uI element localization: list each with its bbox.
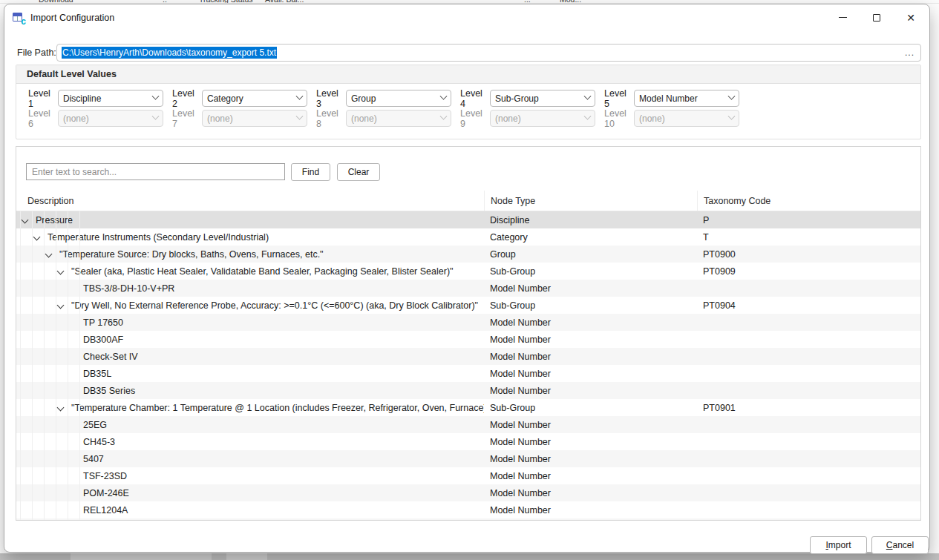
row-description: TP 17650 <box>83 317 123 328</box>
row-description: Temperature Instruments (Secondary Level… <box>48 232 269 243</box>
chevron-down-icon[interactable] <box>33 234 41 241</box>
close-icon: ✕ <box>906 13 915 23</box>
tree-row[interactable]: Temperature Instruments (Secondary Level… <box>16 228 920 246</box>
row-node-type: Model Number <box>484 369 697 379</box>
chevron-down-icon[interactable] <box>57 404 65 412</box>
row-description: "Sealer (aka, Plastic Heat Sealer, Valid… <box>71 266 453 277</box>
chevron-down-icon[interactable] <box>57 302 65 309</box>
level-9-label: Level 9 <box>460 108 490 129</box>
taxonomy-tree-panel: Find Clear Description Node Type Taxonom… <box>16 146 921 521</box>
chevron-down-icon[interactable] <box>22 217 29 224</box>
tree-row[interactable]: DB35 SeriesModel Number <box>16 382 920 399</box>
level-4-label: Level 4 <box>460 88 490 109</box>
find-button[interactable]: Find <box>291 163 330 181</box>
level-7-select[interactable]: (none) <box>202 110 307 127</box>
level-5-value: Model Number <box>639 93 729 104</box>
level-6-select[interactable]: (none) <box>58 110 163 127</box>
level-1-label: Level 1 <box>28 88 58 109</box>
level-4-cell: Level 4Sub-Group <box>460 90 604 107</box>
level-3-value: Group <box>351 93 441 104</box>
level-1-value: Discipline <box>63 93 153 104</box>
level-2-cell: Level 2Category <box>172 90 316 107</box>
level-3-select[interactable]: Group <box>346 90 451 107</box>
level-1-cell: Level 1Discipline <box>28 90 172 107</box>
tree-row[interactable]: Check-Set IVModel Number <box>16 348 920 365</box>
tree-row[interactable]: 25EGModel Number <box>16 416 920 433</box>
column-header-description[interactable]: Description <box>16 191 484 211</box>
tree-row[interactable]: "Temperature Chamber: 1 Temperature @ 1 … <box>16 399 920 416</box>
level-2-value: Category <box>207 93 297 104</box>
file-path-input[interactable]: C:\Users\HenryArth\Downloads\taxonomy_ex… <box>56 44 921 62</box>
import-configuration-dialog: c Import Configuration ✕ File Path: C:\U… <box>4 4 930 553</box>
tree-row[interactable]: 5407Model Number <box>16 450 920 467</box>
tree-row[interactable]: PressureDisciplineP <box>16 211 920 228</box>
browse-button[interactable]: ... <box>905 47 915 58</box>
row-description: 25EG <box>83 420 107 430</box>
clear-button[interactable]: Clear <box>337 163 380 181</box>
tree-row[interactable]: TP 17650Model Number <box>16 314 920 331</box>
level-7-label: Level 7 <box>172 108 202 129</box>
search-input[interactable] <box>26 163 285 180</box>
tree-body: PressureDisciplinePTemperature Instrumen… <box>16 211 920 520</box>
tree-row[interactable]: REL1204AModel Number <box>16 501 920 518</box>
row-description: "Temperature Chamber: 1 Temperature @ 1 … <box>71 403 484 413</box>
row-description: CH45-3 <box>83 437 115 447</box>
row-description: POM-246E <box>83 488 129 498</box>
row-node-type: Model Number <box>484 317 697 328</box>
row-description: DB300AF <box>83 335 123 345</box>
row-description: REL1204A <box>83 505 128 515</box>
row-description: TSF-23SD <box>83 471 127 481</box>
tree-row[interactable]: "Temperature Source: Dry blocks, Baths, … <box>16 246 920 263</box>
level-9-select[interactable]: (none) <box>490 110 595 127</box>
levels-row-2: Level 6(none)Level 7(none)Level 8(none)L… <box>16 110 920 127</box>
row-node-type: Model Number <box>484 454 697 464</box>
tree-row[interactable]: "Dry Well, No External Reference Probe, … <box>16 297 920 314</box>
level-5-select[interactable]: Model Number <box>634 90 739 107</box>
level-4-select[interactable]: Sub-Group <box>490 90 595 107</box>
chevron-down-icon <box>584 93 592 100</box>
row-node-type: Model Number <box>484 420 697 430</box>
row-node-type: Model Number <box>484 283 697 294</box>
level-1-select[interactable]: Discipline <box>58 90 163 107</box>
level-2-select[interactable]: Category <box>202 90 307 107</box>
chevron-down-icon <box>440 113 448 120</box>
column-header-node-type[interactable]: Node Type <box>484 191 697 211</box>
row-description: DB35 Series <box>83 386 135 396</box>
chevron-down-icon <box>296 113 304 120</box>
row-node-type: Category <box>484 232 697 243</box>
level-9-value: (none) <box>495 113 585 124</box>
tree-row-partial[interactable] <box>16 518 920 520</box>
tree-row[interactable]: CH45-3Model Number <box>16 433 920 450</box>
title-bar[interactable]: c Import Configuration ✕ <box>4 4 929 31</box>
level-8-select[interactable]: (none) <box>346 110 451 127</box>
tree-row[interactable]: DB35LModel Number <box>16 365 920 382</box>
level-2-label: Level 2 <box>172 88 202 109</box>
row-node-type: Model Number <box>484 352 697 362</box>
level-6-value: (none) <box>63 113 153 124</box>
level-10-select[interactable]: (none) <box>634 110 739 127</box>
tree-row[interactable]: TSF-23SDModel Number <box>16 467 920 484</box>
row-description: 5407 <box>83 454 104 464</box>
level-10-label: Level 10 <box>604 108 634 129</box>
cancel-button[interactable]: Cancel <box>871 536 929 554</box>
minimize-button[interactable] <box>825 5 860 30</box>
level-5-label: Level 5 <box>604 88 634 109</box>
chevron-down-icon[interactable] <box>45 251 53 258</box>
tree-row[interactable]: "Sealer (aka, Plastic Heat Sealer, Valid… <box>16 263 920 280</box>
chevron-down-icon <box>440 93 448 100</box>
tree-row[interactable]: DB300AFModel Number <box>16 331 920 348</box>
default-level-values-group: Default Level Values Level 1DisciplineLe… <box>16 65 921 139</box>
chevron-down-icon <box>152 113 160 120</box>
tree-row[interactable]: TBS-3/8-DH-10-V+PRModel Number <box>16 280 920 297</box>
row-description: "Dry Well, No External Reference Probe, … <box>71 300 478 311</box>
row-node-type: Sub-Group <box>484 266 697 277</box>
row-taxonomy-code: PT0909 <box>697 266 920 277</box>
chevron-down-icon[interactable] <box>57 268 65 275</box>
close-button[interactable]: ✕ <box>894 5 928 30</box>
tree-row[interactable]: POM-246EModel Number <box>16 484 920 501</box>
maximize-button[interactable] <box>860 5 894 30</box>
column-header-taxonomy-code[interactable]: Taxonomy Code <box>697 191 920 211</box>
import-button[interactable]: Import <box>810 536 867 554</box>
level-6-label: Level 6 <box>28 108 58 129</box>
file-path-label: File Path: <box>17 47 56 58</box>
